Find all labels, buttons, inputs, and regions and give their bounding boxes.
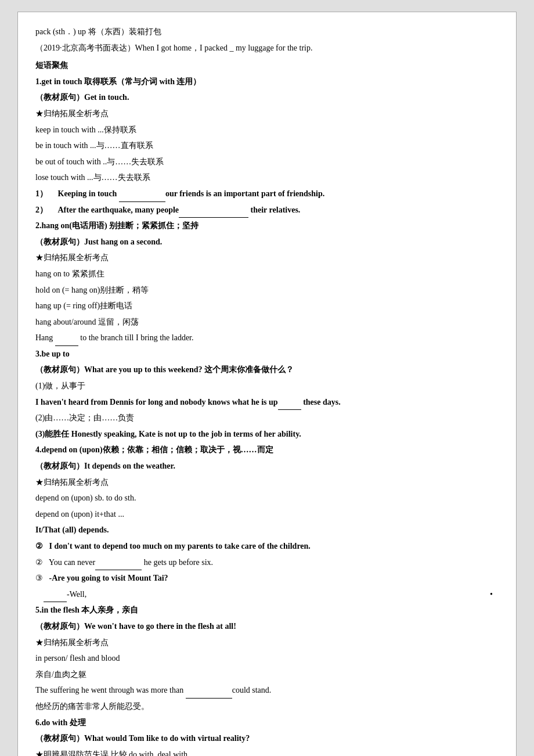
phrase4-ex3-answer: -Well, • bbox=[35, 587, 499, 603]
phrase2-c: hang up (= ring off)挂断电话 bbox=[35, 298, 499, 314]
phrase1-c: be out of touch with ..与……失去联系 bbox=[35, 154, 499, 170]
phrase5-ex2: 他经历的痛苦非常人所能忍受。 bbox=[35, 699, 499, 715]
phrase2-d: hang about/around 逗留，闲荡 bbox=[35, 315, 499, 330]
phrase5-example: （教材原句）We won't have to go there in the f… bbox=[35, 619, 499, 635]
phrase4-c: It/That (all) depends. bbox=[35, 523, 499, 538]
phrase5-b: 亲自/血肉之躯 bbox=[35, 667, 499, 683]
dot-marker: • bbox=[490, 587, 493, 603]
phrase5-expand: ★归纳拓展全析考点 bbox=[35, 635, 499, 651]
phrase4-b: depend on (upon) it+that ... bbox=[35, 507, 499, 523]
phrase1-example: （教材原句）Get in touch. bbox=[35, 90, 499, 106]
phrase2-b: hold on (= hang on)别挂断，稍等 bbox=[35, 283, 499, 298]
phrase1-d: lose touch with ...与……失去联系 bbox=[35, 170, 499, 186]
phrase4-example: （教材原句）It depends on the weather. bbox=[35, 459, 499, 474]
phrase6-example: （教材原句）What would Tom like to do with vir… bbox=[35, 731, 499, 747]
page-container: pack (sth．) up 将（东西）装箱打包 （2019·北京高考书面表达）… bbox=[17, 12, 517, 756]
phrase3-title: 3.be up to bbox=[35, 347, 499, 362]
phrase1-a: keep in touch with ...保持联系 bbox=[35, 123, 499, 138]
phrase1-expand: ★归纳拓展全析考点 bbox=[35, 106, 499, 122]
section-phrase-focus: 短语聚焦 bbox=[35, 58, 499, 74]
phrase6-expand: ★明辨易混防范失误 比较 do with, deal with bbox=[35, 747, 499, 756]
phrase4-a: depend on (upon) sb. to do sth. bbox=[35, 491, 499, 506]
phrase4-expand: ★归纳拓展全析考点 bbox=[35, 475, 499, 491]
phrase4-title: 4.depend on (upon)依赖；依靠；相信；信赖；取决于，视……而定 bbox=[35, 442, 499, 458]
blank-flesh bbox=[186, 698, 232, 699]
phrase1-b: be in touch with ...与……直有联系 bbox=[35, 138, 499, 154]
phrase3-b-ex: (3)能胜任 Honestly speaking, Kate is not up… bbox=[35, 427, 499, 442]
phrase1-ex2: 2） After the earthquake, many people the… bbox=[35, 203, 499, 218]
line-2019-exam: （2019·北京高考书面表达）When I got home，I packed … bbox=[35, 41, 499, 56]
blank-up bbox=[278, 409, 301, 410]
blank-well bbox=[44, 602, 67, 602]
phrase2-a: hang on to 紧紧抓住 bbox=[35, 267, 499, 282]
phrase3-b-label: (2)由……决定；由……负责 bbox=[35, 411, 499, 426]
phrase5-title: 5.in the flesh 本人亲身，亲自 bbox=[35, 603, 499, 618]
blank-earthquake bbox=[179, 217, 248, 218]
phrase3-example: （教材原句）What are you up to this weekend? 这… bbox=[35, 362, 499, 378]
phrase4-ex2: ② You can never he gets up before six. bbox=[35, 555, 499, 571]
phrase1-title: 1.get in touch 取得联系（常与介词 with 连用） bbox=[35, 74, 499, 90]
phrase4-ex3: ③ -Are you going to visit Mount Tai? bbox=[35, 571, 499, 586]
phrase5-ex1: The suffering he went through was more t… bbox=[35, 683, 499, 699]
phrase5-a: in person/ flesh and blood bbox=[35, 651, 499, 667]
blank-keeping-touch bbox=[119, 201, 165, 202]
phrase6-title: 6.do with 处理 bbox=[35, 715, 499, 731]
phrase3-a-label: (1)做，从事于 bbox=[35, 379, 499, 394]
phrase2-expand: ★归纳拓展全析考点 bbox=[35, 250, 499, 266]
line-pack-up: pack (sth．) up 将（东西）装箱打包 bbox=[35, 24, 499, 40]
phrase2-title: 2.hang on(电话用语) 别挂断；紧紧抓住；坚持 bbox=[35, 218, 499, 234]
phrase2-example: （教材原句）Just hang on a second. bbox=[35, 235, 499, 250]
blank-depend bbox=[95, 570, 142, 570]
blank-hang bbox=[55, 345, 78, 346]
phrase1-ex1: 1） Keeping in touch our friends is an im… bbox=[35, 186, 499, 202]
phrase3-a-ex: I haven't heard from Dennis for long and… bbox=[35, 395, 499, 411]
phrase4-ex1: ② I don't want to depend too much on my … bbox=[35, 539, 499, 555]
phrase2-ex1: Hang to the branch till I bring the ladd… bbox=[35, 330, 499, 346]
